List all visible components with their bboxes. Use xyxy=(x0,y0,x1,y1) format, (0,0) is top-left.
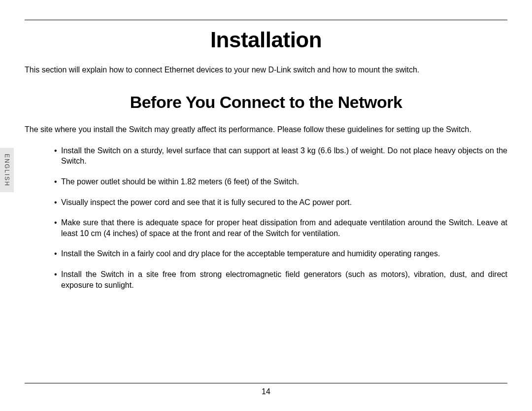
bottom-divider xyxy=(25,383,507,383)
page-content: Installation This section will explain h… xyxy=(0,0,532,411)
section-subtitle: Before You Connect to the Network xyxy=(25,93,507,112)
list-item: Visually inspect the power cord and see … xyxy=(54,197,507,208)
language-tab: ENGLISH xyxy=(0,148,14,192)
guidelines-list: Install the Switch on a sturdy, level su… xyxy=(25,145,507,300)
top-divider xyxy=(25,20,507,20)
language-label: ENGLISH xyxy=(3,154,10,187)
list-item: Install the Switch in a fairly cool and … xyxy=(54,248,507,259)
list-item: Install the Switch in a site free from s… xyxy=(54,269,507,290)
footer: 14 xyxy=(25,383,507,396)
list-item: Install the Switch on a sturdy, level su… xyxy=(54,145,507,167)
intro-paragraph: This section will explain how to connect… xyxy=(25,65,507,75)
page-number: 14 xyxy=(25,387,507,396)
list-item: The power outlet should be within 1.82 m… xyxy=(54,176,507,187)
list-item: Make sure that there is adequate space f… xyxy=(54,217,507,239)
page-title: Installation xyxy=(25,28,507,52)
subintro-paragraph: The site where you install the Switch ma… xyxy=(25,124,507,135)
